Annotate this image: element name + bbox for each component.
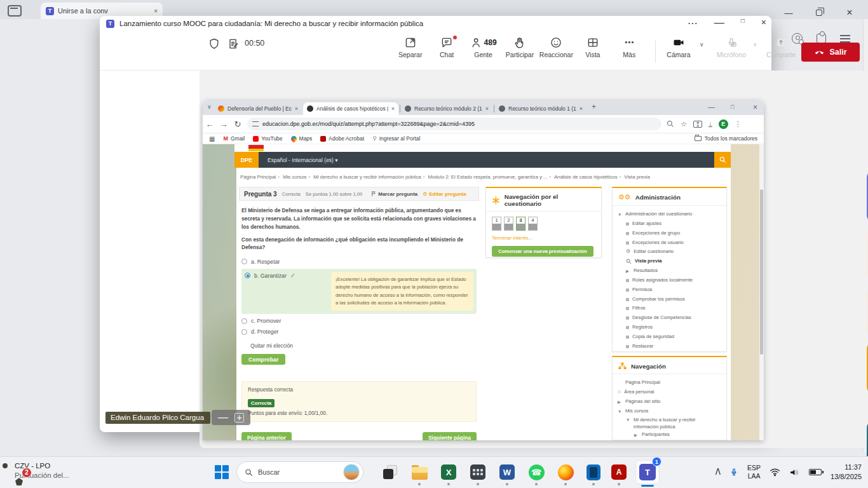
task-view-button[interactable] bbox=[381, 463, 399, 481]
calculator-button[interactable] bbox=[469, 463, 487, 481]
phone-link-button[interactable] bbox=[585, 463, 602, 481]
tree-item[interactable]: Excepciones de usuario bbox=[618, 238, 721, 248]
share-button[interactable]: Comparte bbox=[763, 36, 799, 58]
browser-menu-icon[interactable]: ⋮ bbox=[735, 120, 742, 128]
tab-close-icon[interactable]: × bbox=[295, 105, 298, 112]
view-button[interactable]: Vista bbox=[574, 36, 611, 58]
taskbar-search[interactable]: Buscar bbox=[236, 461, 363, 483]
question-box-4[interactable]: 4 bbox=[528, 217, 538, 231]
meeting-notes-icon[interactable] bbox=[227, 37, 240, 50]
breadcrumb-item[interactable]: Análisis de casos hipotéticos bbox=[554, 174, 618, 180]
send-to-device-icon[interactable]: ↥ bbox=[693, 121, 702, 128]
tree-item[interactable]: ▼Mi derecho a buscar y recibir informaci… bbox=[618, 416, 721, 431]
language-indicator[interactable]: ESP LAA bbox=[747, 464, 761, 480]
raise-hand-button[interactable]: Participar bbox=[501, 36, 538, 58]
tree-item[interactable]: ⌂Área personal bbox=[618, 388, 721, 397]
tree-item[interactable]: Excepciones de grupo bbox=[618, 229, 721, 238]
start-button[interactable] bbox=[215, 465, 229, 479]
edit-question-link[interactable]: ⚙ Editar pregunta bbox=[423, 191, 466, 197]
minimize-icon[interactable]: — bbox=[714, 17, 724, 29]
tree-item[interactable]: ▼Administración del cuestionario bbox=[618, 210, 721, 219]
bookmark-portal[interactable]: ⚲Ingresar al Portal bbox=[372, 135, 420, 142]
menu-icon[interactable] bbox=[840, 35, 850, 43]
tree-item[interactable]: ▶Páginas del sitio bbox=[618, 397, 721, 407]
question-box-3-current[interactable]: 3 bbox=[516, 217, 526, 231]
restore-icon[interactable]: □ bbox=[731, 104, 734, 110]
microphone-options-chevron-icon[interactable]: ∨ bbox=[753, 41, 757, 48]
browser-tab-2-active[interactable]: Análisis de casos hipotéticos (p× bbox=[303, 102, 398, 115]
finish-attempt-link[interactable]: Terminar intento... bbox=[486, 233, 601, 243]
tab-search-chevron-icon[interactable]: ∨ bbox=[207, 104, 212, 110]
chat-button[interactable]: Chat bbox=[428, 36, 465, 58]
search-highlight-image[interactable] bbox=[343, 464, 360, 480]
question-box-2[interactable]: 2 bbox=[504, 217, 513, 231]
browser-profile-avatar[interactable]: E bbox=[719, 119, 728, 129]
camera-options-chevron-icon[interactable]: ∨ bbox=[700, 41, 704, 48]
tree-item[interactable]: ⚙Editar cuestionario bbox=[618, 247, 721, 257]
tab-close-icon[interactable]: × bbox=[580, 105, 583, 112]
browser-tab-1[interactable]: Defensoría del Pueblo | Ecuado× bbox=[214, 102, 302, 115]
tree-item-current[interactable]: Vista previa bbox=[618, 257, 721, 266]
tab-close-icon[interactable]: × bbox=[485, 105, 489, 112]
next-page-button[interactable]: Siguiente página bbox=[423, 432, 477, 440]
people-button[interactable]: 489 Gente bbox=[465, 36, 501, 58]
tab-close-icon[interactable]: × bbox=[391, 105, 395, 112]
apps-grid-icon[interactable]: ▦ bbox=[209, 135, 215, 142]
tree-item[interactable]: ▶Resultados bbox=[618, 266, 721, 276]
address-bar[interactable]: educacion.dpe.gob.ec/mod/quiz/attempt.ph… bbox=[247, 118, 661, 130]
close-icon[interactable]: × bbox=[753, 103, 757, 112]
tree-item[interactable]: Insignias bbox=[618, 440, 721, 440]
check-button[interactable]: Comprobar bbox=[241, 354, 285, 365]
minimize-icon[interactable]: — bbox=[708, 103, 715, 111]
tree-item[interactable]: Roles asignados localmente bbox=[618, 276, 721, 285]
radio-icon[interactable] bbox=[241, 318, 247, 324]
breadcrumb-item[interactable]: Módulo 2: El Estado respeta, promueve, g… bbox=[428, 174, 547, 180]
bookmark-star-icon[interactable]: ☆ bbox=[681, 120, 687, 128]
speaker-icon[interactable] bbox=[789, 468, 800, 477]
bookmark-maps[interactable]: Maps bbox=[291, 135, 313, 142]
tray-chevron-up-icon[interactable]: ᐱ bbox=[715, 468, 721, 477]
bookmark-youtube[interactable]: YouTube bbox=[253, 135, 282, 142]
breakout-button[interactable]: Separar bbox=[392, 36, 428, 58]
dpe-brand[interactable]: DPE bbox=[234, 152, 259, 168]
excel-button[interactable]: X bbox=[440, 463, 458, 481]
tree-item[interactable]: ▶Banco de preguntas bbox=[618, 351, 721, 352]
answer-option-c[interactable]: c. Promover bbox=[241, 316, 477, 327]
tree-item[interactable]: Comprobar los permisos bbox=[618, 295, 721, 304]
tree-item[interactable]: ▶Participantes bbox=[618, 430, 721, 440]
wifi-icon[interactable] bbox=[770, 468, 780, 477]
back-icon[interactable]: ← bbox=[203, 119, 217, 129]
download-icon[interactable]: ↓ bbox=[709, 121, 712, 127]
answer-option-b-selected[interactable]: b. Garantizar ✓ ¡Excelente! La obligació… bbox=[241, 269, 477, 314]
tree-item[interactable]: Permisos bbox=[618, 285, 721, 295]
minimize-icon[interactable]: — bbox=[779, 5, 798, 20]
radio-icon[interactable] bbox=[241, 329, 247, 335]
tree-item[interactable]: Registros bbox=[618, 323, 721, 332]
more-options-icon[interactable]: ⋯ bbox=[688, 17, 698, 29]
radio-icon[interactable] bbox=[241, 259, 247, 264]
tree-item[interactable]: Filtros bbox=[618, 304, 721, 313]
sports-score-widget[interactable]: 2 CZV - LPO Puntuación del... bbox=[9, 461, 69, 480]
restore-icon[interactable] bbox=[810, 5, 829, 20]
meeting-titlebar[interactable]: T Lanzamiento curso MOOC para ciudadanía… bbox=[100, 16, 771, 31]
bookmark-gmail[interactable]: MGmail bbox=[223, 135, 245, 142]
page-scrollbar-thumb[interactable] bbox=[760, 189, 763, 355]
shield-icon[interactable] bbox=[208, 37, 220, 50]
browser-tab-3[interactable]: Recurso teórico módulo 2 (1).p× bbox=[401, 102, 492, 115]
close-icon[interactable]: × bbox=[761, 17, 766, 29]
language-selector[interactable]: Español - Internacional (es) ▾ bbox=[268, 157, 338, 163]
previous-page-button[interactable]: Página anterior bbox=[241, 432, 292, 440]
whatsapp-button[interactable]: ☎ bbox=[527, 463, 545, 481]
moodle-search-button[interactable] bbox=[714, 152, 731, 168]
camera-button[interactable]: Cámara bbox=[664, 36, 693, 58]
zoom-out-icon[interactable]: — bbox=[218, 412, 228, 423]
tab-groups-icon[interactable] bbox=[8, 5, 22, 17]
bookmark-acrobat[interactable]: Adobe Acrobat bbox=[320, 135, 364, 142]
all-bookmarks[interactable]: Todos los marcadores bbox=[695, 135, 757, 142]
maximize-icon[interactable]: □ bbox=[741, 17, 745, 29]
word-button[interactable]: W bbox=[498, 463, 516, 481]
extensions-icon[interactable] bbox=[817, 34, 826, 43]
file-explorer-button[interactable] bbox=[410, 463, 428, 481]
acrobat-button[interactable]: A bbox=[610, 463, 628, 481]
tree-item[interactable]: Página Principal bbox=[618, 378, 721, 388]
